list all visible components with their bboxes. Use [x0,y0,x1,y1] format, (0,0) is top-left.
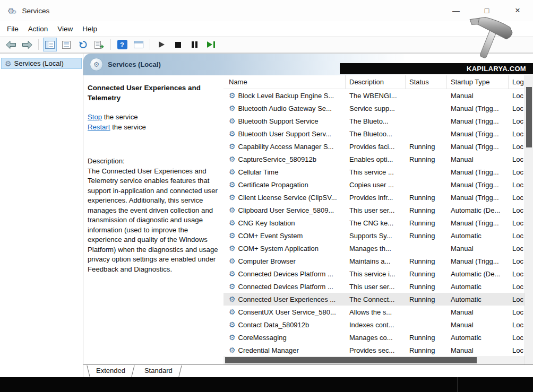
service-status: Running [406,346,447,354]
column-header-status[interactable]: Status [406,75,447,89]
tab-extended-label: Extended [96,367,125,374]
service-row[interactable]: ⚙ COM+ Event System Supports Sy... Runni… [223,229,525,242]
service-row[interactable]: ⚙ Computer Browser Maintains a... Runnin… [223,255,525,267]
service-name-cell: ⚙ ConsentUX User Service_580... [223,308,346,316]
service-row[interactable]: ⚙ Cellular Time This service ... Manual … [223,165,525,178]
stop-service-button[interactable] [171,38,184,51]
menu-bar: File Action View Help [0,21,533,36]
back-button[interactable] [4,38,17,51]
start-service-icon [159,41,165,48]
properties-button[interactable] [60,38,73,51]
service-name: Credential Manager [238,346,299,354]
service-row[interactable]: ⚙ CaptureService_580912b Enables opti...… [223,153,525,165]
service-row[interactable]: ⚙ Bluetooth User Support Serv... The Blu… [223,127,525,140]
column-header-description[interactable]: Description [346,75,406,89]
bottom-black-strip [0,377,533,392]
service-name-cell: ⚙ Bluetooth Support Service [223,117,346,125]
vertical-scrollbar[interactable] [525,75,533,364]
service-gear-icon: ⚙ [229,155,236,163]
services-gears-icon: ⚙⚙ [7,7,16,15]
service-row[interactable]: ⚙ Bluetooth Audio Gateway Se... Service … [223,102,525,115]
service-startup-type: Manual (Trigg... [447,104,509,112]
service-logon: Loc [509,130,525,138]
export-list-button[interactable] [93,38,106,51]
service-startup-type: Manual [447,321,509,329]
start-service-button[interactable] [155,38,168,51]
service-name: Connected User Experiences ... [238,295,336,303]
help-button[interactable]: ? [116,38,128,51]
tab-standard-label: Standard [144,367,173,374]
service-name-cell: ⚙ CaptureService_580912b [223,155,346,163]
column-header-startup-type[interactable]: Startup Type [447,75,509,89]
service-row[interactable]: ⚙ Clipboard User Service_5809... This us… [223,204,525,216]
service-row[interactable]: ⚙ Capability Access Manager S... Provide… [223,140,525,153]
service-description: The WBENGI... [346,92,406,100]
menu-view[interactable]: View [53,23,78,34]
service-name: Block Level Backup Engine S... [238,92,334,100]
watermark-banner: KAPILARYA.COM [340,63,533,74]
restart-service-icon [207,41,215,48]
stop-suffix-text: the service [102,113,137,121]
refresh-button[interactable] [76,38,89,51]
service-gear-icon: ⚙ [229,168,236,176]
service-description: This user ser... [346,206,406,214]
service-gear-icon: ⚙ [229,270,236,277]
service-gear-icon: ⚙ [229,232,236,239]
service-row[interactable]: ⚙ Connected User Experiences ... The Con… [223,293,525,306]
service-startup-type: Automatic [447,283,509,291]
service-description: Copies user ... [346,181,406,189]
menu-help[interactable]: Help [78,23,102,34]
help-icon: ? [117,40,127,49]
service-logon: Loc [509,257,525,265]
service-gear-icon: ⚙ [229,219,236,227]
standard-view-button[interactable] [132,38,145,51]
service-row[interactable]: ⚙ Connected Devices Platform ... This se… [223,267,525,280]
stop-service-link[interactable]: Stop [88,113,102,121]
menu-file[interactable]: File [2,23,23,34]
service-startup-type: Automatic [447,232,509,240]
service-row[interactable]: ⚙ Certificate Propagation Copies user ..… [223,178,525,191]
service-row[interactable]: ⚙ COM+ System Application Manages th... … [223,242,525,255]
pane-header-title: Services (Local) [108,60,161,68]
toolbar-separator [110,39,111,50]
service-name: ConsentUX User Service_580... [238,308,336,316]
service-description: Service supp... [346,104,406,112]
service-row[interactable]: ⚙ ConsentUX User Service_580... Allows t… [223,306,525,318]
restart-service-link[interactable]: Restart [88,123,110,131]
service-startup-type: Automatic [447,295,509,303]
pause-service-button[interactable] [188,38,201,51]
column-header-log-on-as[interactable]: Log [509,75,525,89]
service-description: Enables opti... [346,155,406,163]
service-name: Client License Service (ClipSV... [238,194,337,202]
menu-action[interactable]: Action [23,23,53,34]
service-name-cell: ⚙ Credential Manager [223,346,346,354]
list-header: Name Description Status Startup Type Log [223,75,525,89]
service-row[interactable]: ⚙ Block Level Backup Engine S... The WBE… [223,89,525,102]
service-row[interactable]: ⚙ Client License Service (ClipSV... Prov… [223,191,525,204]
service-row[interactable]: ⚙ CNG Key Isolation The CNG ke... Runnin… [223,216,525,229]
show-console-tree-button[interactable] [44,38,56,51]
horizontal-scrollbar[interactable] [223,356,525,364]
service-row[interactable]: ⚙ CoreMessaging Manages co... Running Au… [223,331,525,344]
tree-item-services-local[interactable]: ⚙ Services (Local) [1,58,82,69]
properties-icon [62,41,71,49]
service-row[interactable]: ⚙ Credential Manager Provides sec... Run… [223,344,525,356]
restart-service-button[interactable] [204,38,217,51]
service-name: Connected Devices Platform ... [238,283,333,291]
tab-standard[interactable]: Standard [135,365,182,377]
forward-button[interactable] [21,38,33,51]
column-header-name[interactable]: Name [223,75,346,89]
service-gear-icon: ⚙ [229,295,236,303]
horizontal-scrollbar-thumb[interactable] [225,357,477,363]
service-name-cell: ⚙ CNG Key Isolation [223,219,346,227]
tab-edge [178,365,182,377]
service-row[interactable]: ⚙ Connected Devices Platform ... This us… [223,280,525,293]
tab-extended[interactable]: Extended [87,365,135,377]
service-row[interactable]: ⚙ Contact Data_580912b Indexes cont... M… [223,318,525,331]
service-startup-type: Manual (Trigg... [447,143,509,151]
pause-service-icon [192,41,197,48]
service-name-cell: ⚙ Certificate Propagation [223,181,346,189]
service-name: Contact Data_580912b [238,321,310,329]
vertical-scrollbar-thumb[interactable] [526,87,532,147]
service-row[interactable]: ⚙ Bluetooth Support Service The Blueto..… [223,115,525,127]
